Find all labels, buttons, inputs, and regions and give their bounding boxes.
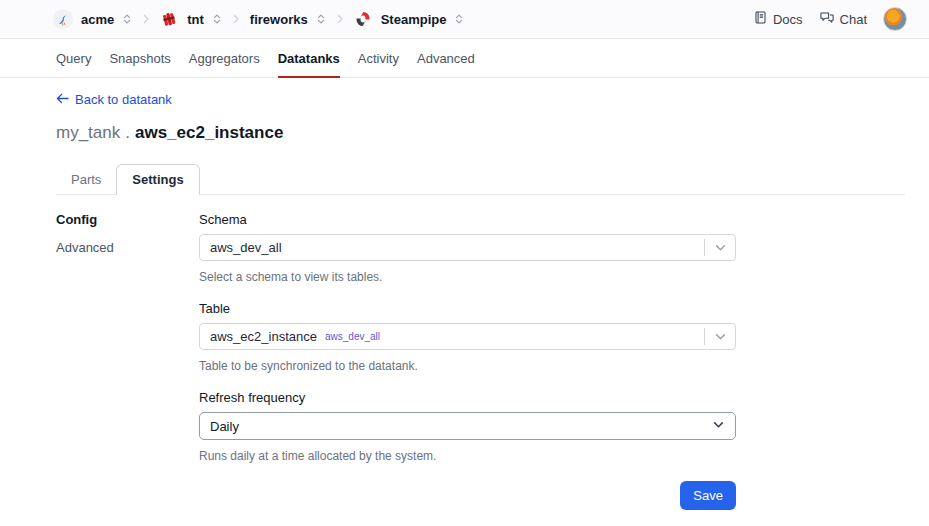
refresh-frequency-label: Refresh frequency <box>199 390 736 405</box>
table-value-text: aws_ec2_instance <box>210 329 317 344</box>
topbar-actions: Docs Chat <box>753 7 907 31</box>
chevron-right-icon <box>140 13 152 25</box>
table-select[interactable]: aws_ec2_instance aws_dev_all <box>199 323 736 350</box>
tab-settings[interactable]: Settings <box>116 164 199 195</box>
schema-help: Select a schema to view its tables. <box>199 270 736 284</box>
save-button[interactable]: Save <box>680 481 736 510</box>
nav-item-aggregators[interactable]: Aggregators <box>189 39 260 77</box>
refresh-frequency-value: Daily <box>210 419 239 434</box>
nav-item-activity[interactable]: Activity <box>358 39 399 77</box>
chat-icon <box>819 10 835 28</box>
topbar: acme tnt fireworks Steampipe <box>0 0 929 39</box>
sidebar-item-config[interactable]: Config <box>56 212 199 227</box>
table-value: aws_ec2_instance aws_dev_all <box>200 329 704 344</box>
nav-item-query[interactable]: Query <box>56 39 91 77</box>
nav-item-snapshots[interactable]: Snapshots <box>109 39 170 77</box>
chevron-down-icon[interactable] <box>705 330 735 343</box>
schema-value: aws_dev_all <box>200 240 704 255</box>
table-label: Table <box>199 301 736 316</box>
datatank-name: my_tank <box>56 123 120 142</box>
breadcrumb-connection[interactable]: Steampipe <box>381 12 447 27</box>
chevron-down-icon[interactable] <box>705 241 735 254</box>
table-schema-badge: aws_dev_all <box>325 331 380 342</box>
refresh-frequency-field: Refresh frequency Daily Runs daily at a … <box>199 390 736 463</box>
title-separator: . <box>120 123 135 142</box>
tnt-workspace-icon <box>159 9 179 29</box>
back-arrow-icon <box>56 92 69 107</box>
table-field: Table aws_ec2_instance aws_dev_all Table… <box>199 301 736 373</box>
detail-tabs: Parts Settings <box>56 164 905 195</box>
chevron-right-icon <box>230 13 242 25</box>
nav-item-advanced[interactable]: Advanced <box>417 39 475 77</box>
breadcrumb: acme tnt fireworks Steampipe <box>53 9 465 29</box>
selector-icon[interactable] <box>121 13 133 25</box>
docs-link[interactable]: Docs <box>753 10 803 28</box>
user-avatar[interactable] <box>883 7 907 31</box>
table-help: Table to be synchronized to the datatank… <box>199 359 736 373</box>
page-title: my_tank.aws_ec2_instance <box>56 123 905 143</box>
selector-icon[interactable] <box>453 13 465 25</box>
chat-link[interactable]: Chat <box>819 10 867 28</box>
settings-panel: Config Advanced Schema aws_dev_all Selec… <box>56 212 905 510</box>
docs-icon <box>753 10 768 28</box>
tab-parts[interactable]: Parts <box>56 165 116 194</box>
schema-select[interactable]: aws_dev_all <box>199 234 736 261</box>
save-row: Save <box>199 481 736 510</box>
refresh-frequency-help: Runs daily at a time allocated by the sy… <box>199 449 736 463</box>
schema-field: Schema aws_dev_all Select a schema to vi… <box>199 212 736 284</box>
chat-label: Chat <box>840 12 867 27</box>
steampipe-logo-icon <box>353 9 373 29</box>
acme-org-avatar-icon <box>53 9 73 29</box>
refresh-frequency-select[interactable]: Daily <box>199 412 736 440</box>
config-form: Schema aws_dev_all Select a schema to vi… <box>199 212 736 510</box>
schema-label: Schema <box>199 212 736 227</box>
breadcrumb-org[interactable]: acme <box>81 12 114 27</box>
settings-sidebar: Config Advanced <box>56 212 199 510</box>
main-content: Back to datatank my_tank.aws_ec2_instanc… <box>0 78 929 510</box>
nav-item-datatanks[interactable]: Datatanks <box>278 39 340 77</box>
back-link-label: Back to datatank <box>75 92 172 107</box>
breadcrumb-workspace[interactable]: tnt <box>187 12 204 27</box>
selector-icon[interactable] <box>315 13 327 25</box>
selector-icon[interactable] <box>211 13 223 25</box>
chevron-down-icon <box>712 417 725 435</box>
workspace-nav: Query Snapshots Aggregators Datatanks Ac… <box>0 39 929 78</box>
back-to-datatank-link[interactable]: Back to datatank <box>56 92 172 107</box>
sidebar-item-advanced[interactable]: Advanced <box>56 240 199 255</box>
chevron-right-icon <box>334 13 346 25</box>
table-name: aws_ec2_instance <box>135 123 283 142</box>
docs-label: Docs <box>773 12 803 27</box>
breadcrumb-instance[interactable]: fireworks <box>250 12 308 27</box>
